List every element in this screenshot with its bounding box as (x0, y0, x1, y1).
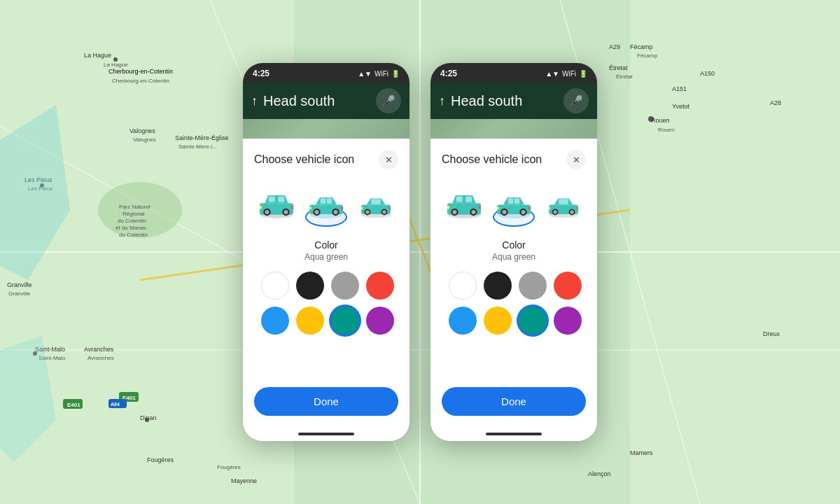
map-area-left: ↑ Head south 🎤 Then ↰ 🔍 (243, 83, 410, 139)
home-bar-right (486, 433, 542, 435)
phones-container: 4:25 ▲▼ WiFi 🔋 ↑ Head south 🎤 Then ↰ (0, 0, 840, 504)
wifi-icon-right: WiFi (562, 70, 576, 78)
color-sublabel-right: Aqua green (442, 252, 586, 262)
vehicle-mini-right[interactable] (542, 181, 586, 228)
mic-icon-right: 🎤 (569, 94, 583, 108)
dialog-sheet-left: Choose vehicle icon ✕ (243, 139, 410, 427)
dialog-title-right: Choose vehicle icon (442, 153, 542, 166)
color-section-right: Color Aqua green (442, 239, 586, 262)
close-button-left[interactable]: ✕ (379, 150, 398, 169)
svg-rect-68 (268, 196, 274, 202)
status-time-left: 4:25 (253, 69, 270, 78)
mic-button-left[interactable]: 🎤 (376, 88, 401, 113)
color-purple-left[interactable] (366, 307, 394, 335)
svg-rect-98 (465, 196, 472, 202)
nav-bar-left: ↑ Head south 🎤 (243, 83, 410, 119)
svg-point-121 (570, 210, 574, 214)
color-white-left[interactable] (261, 272, 289, 300)
svg-rect-117 (559, 199, 569, 204)
svg-point-119 (554, 210, 557, 214)
color-blue-left[interactable] (261, 307, 289, 335)
svg-point-112 (521, 210, 525, 214)
svg-rect-94 (389, 206, 391, 209)
direction-arrow-right: ↑ (439, 94, 445, 108)
svg-rect-122 (549, 206, 550, 209)
svg-rect-97 (456, 196, 462, 202)
signal-icon: ▲▼ (358, 70, 372, 78)
color-yellow-left[interactable] (296, 307, 324, 335)
nav-bar-right: ↑ Head south 🎤 (430, 83, 597, 119)
home-indicator-left (243, 427, 410, 441)
svg-rect-74 (260, 206, 262, 209)
dialog-sheet-right: Choose vehicle icon ✕ (430, 139, 597, 427)
svg-rect-79 (327, 198, 332, 204)
svg-rect-84 (309, 206, 312, 209)
status-icons-right: ▲▼ WiFi 🔋 (545, 70, 587, 78)
svg-rect-85 (341, 206, 343, 209)
svg-rect-75 (291, 206, 293, 209)
svg-point-71 (265, 210, 269, 214)
phone-left: 4:25 ▲▼ WiFi 🔋 ↑ Head south 🎤 Then ↰ (243, 63, 410, 441)
nav-instruction-left: Head south (263, 93, 370, 109)
status-icons-left: ▲▼ WiFi 🔋 (358, 70, 400, 78)
svg-rect-88 (372, 199, 382, 204)
color-label-left: Color (254, 239, 398, 251)
nav-instruction-right: Head south (451, 93, 558, 109)
color-teal-right[interactable] (519, 307, 547, 335)
vehicle-sedan-left[interactable] (304, 181, 348, 228)
dialog-title-left: Choose vehicle icon (254, 153, 354, 166)
close-button-right[interactable]: ✕ (566, 150, 586, 169)
svg-point-100 (452, 210, 456, 214)
vehicle-suv-left[interactable] (254, 181, 298, 228)
done-button-right[interactable]: Done (442, 387, 586, 416)
svg-point-110 (502, 210, 506, 214)
color-yellow-right[interactable] (484, 307, 512, 335)
color-gray-right[interactable] (519, 272, 547, 300)
svg-rect-114 (528, 206, 531, 209)
status-time-right: 4:25 (440, 69, 457, 78)
svg-rect-78 (321, 198, 326, 204)
svg-rect-107 (508, 198, 514, 204)
dialog-header-right: Choose vehicle icon ✕ (442, 150, 586, 169)
color-sublabel-left: Aqua green (254, 252, 398, 262)
vehicle-sedan-right[interactable] (491, 181, 536, 228)
svg-rect-108 (514, 198, 520, 204)
color-red-right[interactable] (554, 272, 582, 300)
color-blue-right[interactable] (449, 307, 477, 335)
svg-rect-93 (361, 206, 363, 209)
svg-point-102 (471, 210, 475, 214)
color-purple-right[interactable] (554, 307, 582, 335)
status-bar-right: 4:25 ▲▼ WiFi 🔋 (430, 63, 597, 83)
svg-rect-113 (497, 206, 499, 209)
vehicle-suv-right[interactable] (442, 181, 486, 228)
vehicle-mini-left[interactable] (354, 181, 398, 228)
color-label-right: Color (442, 239, 586, 251)
svg-rect-69 (278, 196, 284, 202)
svg-rect-104 (479, 206, 481, 209)
svg-point-83 (333, 210, 337, 214)
map-area-right: ↑ Head south 🎤 Then ↰ 🔍 (430, 83, 597, 139)
color-grid-right (442, 272, 586, 335)
dialog-header-left: Choose vehicle icon ✕ (254, 150, 398, 169)
color-section-left: Color Aqua green (254, 239, 398, 262)
svg-rect-103 (447, 206, 449, 209)
color-white-right[interactable] (449, 272, 477, 300)
home-bar-left (298, 433, 354, 435)
vehicles-row-right (442, 181, 586, 228)
mic-icon-left: 🎤 (382, 94, 396, 108)
vehicles-row-left (254, 181, 398, 228)
svg-rect-123 (577, 206, 578, 209)
signal-icon-right: ▲▼ (545, 70, 559, 78)
mic-button-right[interactable]: 🎤 (564, 88, 589, 113)
home-indicator-right (430, 427, 597, 441)
direction-arrow-left: ↑ (251, 94, 258, 108)
svg-point-73 (284, 210, 288, 214)
color-black-right[interactable] (484, 272, 512, 300)
battery-icon: 🔋 (391, 70, 400, 78)
done-button-left[interactable]: Done (254, 387, 398, 416)
color-red-left[interactable] (366, 272, 394, 300)
phone-right: 4:25 ▲▼ WiFi 🔋 ↑ Head south 🎤 Then ↰ (430, 63, 597, 441)
color-gray-left[interactable] (331, 272, 359, 300)
color-teal-left[interactable] (331, 307, 359, 335)
color-black-left[interactable] (296, 272, 324, 300)
